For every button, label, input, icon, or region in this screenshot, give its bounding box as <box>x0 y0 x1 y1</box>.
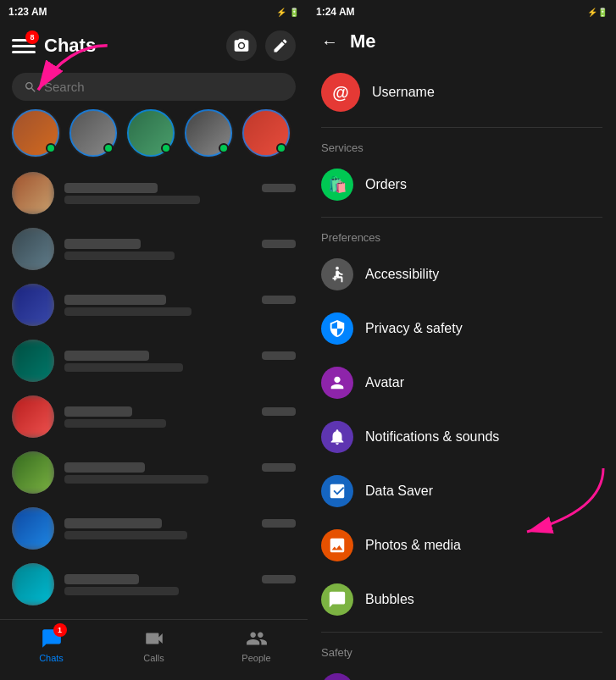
svg-point-4 <box>336 267 339 270</box>
search-icon <box>24 80 37 94</box>
chat-info <box>64 406 296 428</box>
me-header: ← Me <box>308 24 616 63</box>
chat-item[interactable] <box>0 221 308 277</box>
notifications-label: Notifications & sounds <box>365 429 499 445</box>
chats-badge: 1 <box>53 623 67 637</box>
chats-actions <box>226 30 296 61</box>
chat-info <box>64 462 296 484</box>
nav-people[interactable]: People <box>205 627 308 663</box>
back-button[interactable]: ← <box>321 32 338 52</box>
story-item[interactable] <box>69 109 117 157</box>
chat-item[interactable] <box>0 500 308 556</box>
chat-info <box>64 295 296 316</box>
chat-item[interactable] <box>0 445 308 500</box>
avatar <box>12 340 54 382</box>
story-item[interactable] <box>12 109 59 157</box>
left-panel: 1:23 AM ⚡🔋 8 Chats <box>0 0 308 680</box>
divider <box>321 632 602 633</box>
avatar <box>12 507 54 550</box>
chats-nav-label: Chats <box>39 653 64 663</box>
menu-notifications[interactable]: Notifications & sounds <box>308 410 616 464</box>
data-saver-label: Data Saver <box>365 484 433 499</box>
people-nav-label: People <box>241 653 270 663</box>
status-bar-left: 1:23 AM ⚡🔋 <box>0 0 308 24</box>
chat-info <box>64 239 296 260</box>
privacy-safety-label: Privacy & safety <box>365 321 463 336</box>
divider <box>321 217 602 218</box>
status-icons-left: ⚡🔋 <box>276 8 299 17</box>
avatar <box>12 228 54 270</box>
chats-left: 8 Chats <box>12 34 96 58</box>
menu-badge: 8 <box>25 30 39 44</box>
people-nav-icon <box>245 627 269 650</box>
time-left: 1:23 AM <box>8 6 47 18</box>
avatar <box>12 284 54 326</box>
me-title: Me <box>350 30 376 53</box>
story-item[interactable] <box>185 109 232 157</box>
menu-bubbles[interactable]: Bubbles <box>308 572 616 627</box>
services-label: Services <box>308 133 616 158</box>
story-item[interactable] <box>242 109 290 157</box>
chat-item[interactable] <box>0 556 308 612</box>
right-content: @ Username Services 🛍️ Orders Preference… <box>308 63 616 680</box>
chat-item[interactable] <box>0 165 308 221</box>
chats-title: Chats <box>44 35 96 57</box>
story-item[interactable] <box>127 109 175 157</box>
chat-list: ✚ You sent an attachment <box>0 165 308 619</box>
chats-header: 8 Chats <box>0 24 308 68</box>
menu-photos-media[interactable]: Photos & media <box>308 518 616 572</box>
avatar <box>12 395 54 438</box>
menu-orders[interactable]: 🛍️ Orders <box>308 158 616 212</box>
menu-accessibility[interactable]: Accessibility <box>308 247 616 301</box>
profile-avatar: @ <box>321 73 360 112</box>
accessibility-icon <box>321 258 353 290</box>
calls-nav-icon <box>142 627 166 650</box>
menu-data-saver[interactable]: Data Saver <box>308 464 616 518</box>
privacy-icon <box>321 312 353 345</box>
photos-icon <box>321 529 353 561</box>
data-saver-icon <box>321 475 353 507</box>
chat-item[interactable] <box>0 277 308 333</box>
preferences-label: Preferences <box>308 223 616 247</box>
chats-nav-icon: 1 <box>40 627 64 650</box>
photos-media-label: Photos & media <box>365 538 461 553</box>
compose-button[interactable] <box>265 30 296 61</box>
menu-button[interactable]: 8 <box>12 34 36 58</box>
avatar-label: Avatar <box>365 375 404 390</box>
username-label: Username <box>372 85 435 100</box>
svg-rect-1 <box>12 45 36 47</box>
menu-switch-account[interactable]: Switch account <box>308 662 616 680</box>
nav-calls[interactable]: Calls <box>103 627 205 663</box>
avatar <box>12 563 54 605</box>
avatar <box>12 172 54 214</box>
time-right: 1:24 AM <box>316 6 355 18</box>
chat-item[interactable]: ✚ You sent an attachment <box>0 612 308 619</box>
chat-item[interactable] <box>0 333 308 389</box>
menu-privacy-safety[interactable]: Privacy & safety <box>308 301 616 356</box>
switch-account-icon <box>321 673 353 680</box>
chat-info <box>64 518 296 539</box>
right-panel: 1:24 AM ⚡🔋 ← Me @ Username Services 🛍️ <box>308 0 616 680</box>
chat-item[interactable] <box>0 389 308 445</box>
search-bar[interactable] <box>12 73 296 101</box>
chat-info <box>64 183 296 204</box>
status-bar-right: 1:24 AM ⚡🔋 <box>308 0 616 24</box>
stories-row <box>0 109 308 165</box>
nav-chats[interactable]: 1 Chats <box>0 627 103 663</box>
calls-nav-label: Calls <box>143 653 164 663</box>
bubbles-icon <box>321 583 353 616</box>
search-input[interactable] <box>44 80 284 94</box>
menu-avatar[interactable]: Avatar <box>308 356 616 410</box>
divider <box>321 127 602 128</box>
camera-button[interactable] <box>226 30 257 61</box>
status-icons-right: ⚡🔋 <box>587 8 608 17</box>
notifications-icon <box>321 421 353 453</box>
avatar-icon <box>321 367 353 399</box>
orders-label: Orders <box>365 177 407 192</box>
user-profile[interactable]: @ Username <box>308 63 616 122</box>
safety-label: Safety <box>308 638 616 662</box>
chat-info <box>64 351 296 372</box>
svg-rect-2 <box>12 51 36 53</box>
bubbles-label: Bubbles <box>365 592 414 607</box>
accessibility-label: Accessibility <box>365 267 439 282</box>
